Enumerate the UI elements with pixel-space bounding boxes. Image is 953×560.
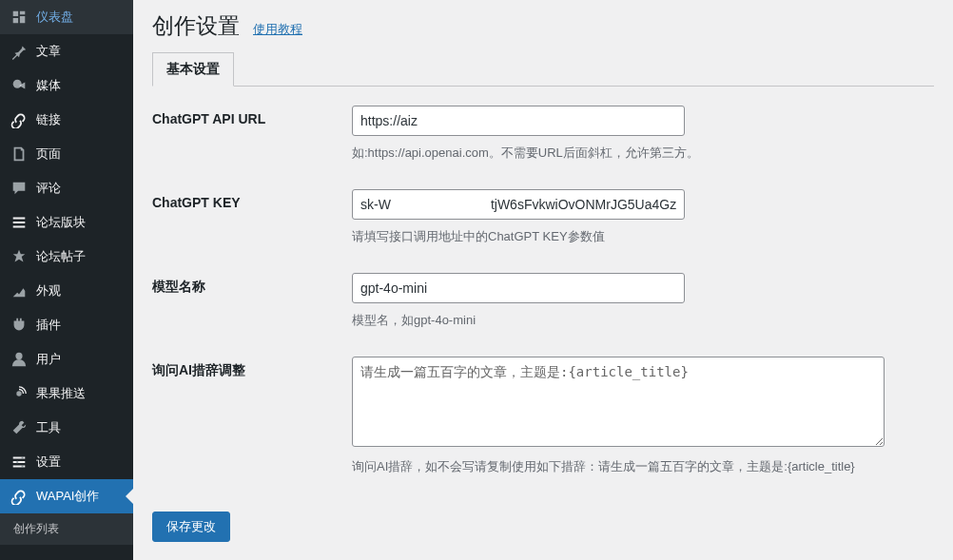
user-icon xyxy=(10,350,29,369)
sidebar-item-label: 页面 xyxy=(36,145,61,163)
sidebar-item-label: 外观 xyxy=(36,282,61,299)
svg-point-1 xyxy=(15,353,22,359)
desc-model: 模型名，如gpt-4o-mini xyxy=(352,311,885,330)
sidebar-item-dashboard[interactable]: 仪表盘 xyxy=(0,0,133,34)
sidebar-item-label: 文章 xyxy=(36,43,61,60)
desc-api-url: 如:https://api.openai.com。不需要URL后面斜杠，允许第三… xyxy=(352,144,885,163)
sidebar-subitem-list[interactable]: 创作列表 xyxy=(0,513,133,545)
sidebar-item-plugins[interactable]: 插件 xyxy=(0,308,133,342)
appearance-icon xyxy=(10,281,29,300)
svg-point-3 xyxy=(21,456,24,459)
wapai-icon xyxy=(10,487,29,506)
tab-basic[interactable]: 基本设置 xyxy=(152,52,234,87)
sidebar-item-posts[interactable]: 文章 xyxy=(0,34,133,68)
dashboard-icon xyxy=(10,8,29,27)
svg-point-5 xyxy=(21,465,24,468)
media-icon xyxy=(10,76,29,95)
sidebar-item-pages[interactable]: 页面 xyxy=(0,137,133,171)
forum-icon xyxy=(10,213,29,232)
desc-api-key: 请填写接口调用地址中的ChatGPT KEY参数值 xyxy=(352,227,885,246)
row-model: 模型名称 模型名，如gpt-4o-mini xyxy=(152,273,934,330)
sidebar-item-settings[interactable]: 设置 xyxy=(0,445,133,479)
sidebar-item-label: WAPAI创作 xyxy=(36,488,99,505)
page-header: 创作设置 使用教程 xyxy=(152,11,934,41)
row-api-key: ChatGPT KEY 请填写接口调用地址中的ChatGPT KEY参数值 xyxy=(152,189,934,246)
desc-prompt: 询问AI措辞，如不会写请复制使用如下措辞：请生成一篇五百字的文章，主题是:{ar… xyxy=(352,457,885,476)
svg-point-2 xyxy=(16,391,21,396)
sidebar-item-push[interactable]: 果果推送 xyxy=(0,377,133,411)
plugin-icon xyxy=(10,316,29,335)
sidebar-item-label: 工具 xyxy=(36,419,61,436)
row-api-url: ChatGPT API URL 如:https://api.openai.com… xyxy=(152,106,934,163)
sidebar-item-label: 设置 xyxy=(36,454,61,471)
sidebar-item-comments[interactable]: 评论 xyxy=(0,171,133,205)
input-api-url[interactable] xyxy=(352,106,685,136)
pin-icon xyxy=(10,42,29,61)
tools-icon xyxy=(10,418,29,437)
sidebar-item-label: 媒体 xyxy=(36,77,61,94)
link-icon xyxy=(10,110,29,129)
sidebar-item-label: 评论 xyxy=(36,180,61,197)
sidebar-item-label: 插件 xyxy=(36,317,61,334)
sidebar-item-label: 果果推送 xyxy=(36,385,86,402)
sidebar-item-label: 仪表盘 xyxy=(36,9,73,26)
label-model: 模型名称 xyxy=(152,273,352,330)
sidebar-item-tools[interactable]: 工具 xyxy=(0,411,133,445)
sidebar-subitem-label: 创作列表 xyxy=(13,521,59,537)
input-prompt[interactable] xyxy=(352,357,885,447)
sidebar-item-links[interactable]: 链接 xyxy=(0,103,133,137)
sidebar-item-media[interactable]: 媒体 xyxy=(0,68,133,103)
label-prompt: 询问AI措辞调整 xyxy=(152,357,352,476)
row-prompt: 询问AI措辞调整 询问AI措辞，如不会写请复制使用如下措辞：请生成一篇五百字的文… xyxy=(152,357,934,476)
save-button[interactable]: 保存更改 xyxy=(152,512,230,542)
comment-icon xyxy=(10,179,29,198)
settings-icon xyxy=(10,453,29,472)
sidebar-submenu: 创作列表 xyxy=(0,513,133,545)
svg-point-0 xyxy=(13,80,22,88)
sidebar-item-label: 论坛帖子 xyxy=(36,248,86,265)
admin-sidebar: 仪表盘 文章 媒体 链接 页面 评论 论坛版块 论坛帖子 xyxy=(0,0,133,560)
main-content: 创作设置 使用教程 基本设置 ChatGPT API URL 如:https:/… xyxy=(133,0,953,560)
sidebar-item-forum-boards[interactable]: 论坛版块 xyxy=(0,205,133,240)
tabs: 基本设置 xyxy=(152,52,934,87)
tutorial-link[interactable]: 使用教程 xyxy=(253,21,302,38)
sidebar-item-users[interactable]: 用户 xyxy=(0,342,133,377)
post-icon xyxy=(10,247,29,266)
page-icon xyxy=(10,145,29,164)
input-api-key[interactable] xyxy=(352,189,685,220)
page-title: 创作设置 xyxy=(152,11,240,41)
label-api-url: ChatGPT API URL xyxy=(152,106,352,163)
settings-form: ChatGPT API URL 如:https://api.openai.com… xyxy=(152,106,934,542)
label-api-key: ChatGPT KEY xyxy=(152,189,352,246)
sidebar-item-label: 论坛版块 xyxy=(36,214,86,231)
sidebar-item-label: 链接 xyxy=(36,111,61,128)
input-model[interactable] xyxy=(352,273,685,303)
sidebar-item-label: 用户 xyxy=(36,351,61,368)
push-icon xyxy=(10,384,29,403)
sidebar-item-forum-posts[interactable]: 论坛帖子 xyxy=(0,240,133,274)
sidebar-item-wapai[interactable]: WAPAI创作 xyxy=(0,479,133,513)
svg-point-4 xyxy=(16,461,19,464)
sidebar-item-appearance[interactable]: 外观 xyxy=(0,274,133,308)
